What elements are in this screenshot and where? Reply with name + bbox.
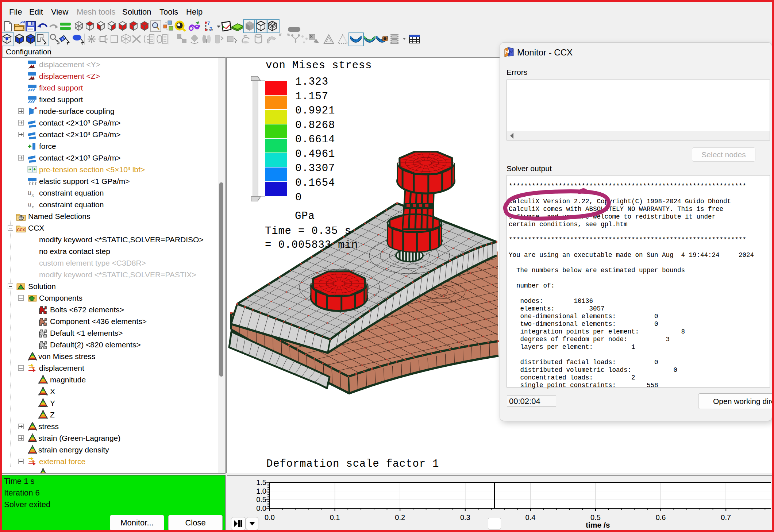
svg-text:CCX: CCX [17, 228, 25, 232]
svg-text:0.7: 0.7 [721, 513, 731, 521]
svg-text:0.3: 0.3 [460, 513, 470, 521]
svg-text:GPa: GPa [295, 210, 315, 222]
svg-text:Deformation scale factor 1: Deformation scale factor 1 [266, 458, 439, 470]
svg-text:1.0: 1.0 [256, 487, 266, 495]
svg-text:time /s: time /s [586, 521, 610, 529]
svg-text:1.5: 1.5 [256, 478, 266, 486]
svg-text:0.0: 0.0 [256, 504, 266, 512]
svg-text:0.9921: 0.9921 [295, 105, 335, 117]
svg-text:0.4961: 0.4961 [295, 148, 335, 160]
svg-text:x: x [31, 192, 34, 198]
svg-text:u: u [28, 188, 31, 196]
svg-text:7: 7 [209, 26, 212, 32]
svg-text:0.5: 0.5 [590, 513, 601, 521]
svg-text:0.2: 0.2 [395, 513, 405, 521]
svg-text:0.8268: 0.8268 [295, 119, 335, 131]
svg-text:7: 7 [207, 20, 210, 26]
svg-text:1.157: 1.157 [295, 90, 328, 103]
svg-text:0.4: 0.4 [525, 513, 535, 521]
svg-text:0.0: 0.0 [265, 513, 275, 521]
svg-text:1.323: 1.323 [295, 76, 328, 88]
svg-text:= 0.005833 min: = 0.005833 min [265, 239, 358, 251]
svg-text:0.6: 0.6 [656, 513, 666, 521]
svg-text:0.1: 0.1 [330, 513, 340, 521]
svg-text:von Mises stress: von Mises stress [266, 59, 372, 72]
svg-text:u: u [28, 200, 31, 208]
svg-text:x: x [31, 204, 34, 209]
svg-text:Time = 0.35 s: Time = 0.35 s [265, 225, 351, 237]
svg-text:0.3307: 0.3307 [295, 162, 335, 174]
svg-text:0.6614: 0.6614 [295, 134, 335, 146]
svg-text:0.5: 0.5 [256, 496, 266, 504]
svg-text:0.1654: 0.1654 [295, 177, 335, 189]
svg-text:0: 0 [295, 192, 302, 204]
